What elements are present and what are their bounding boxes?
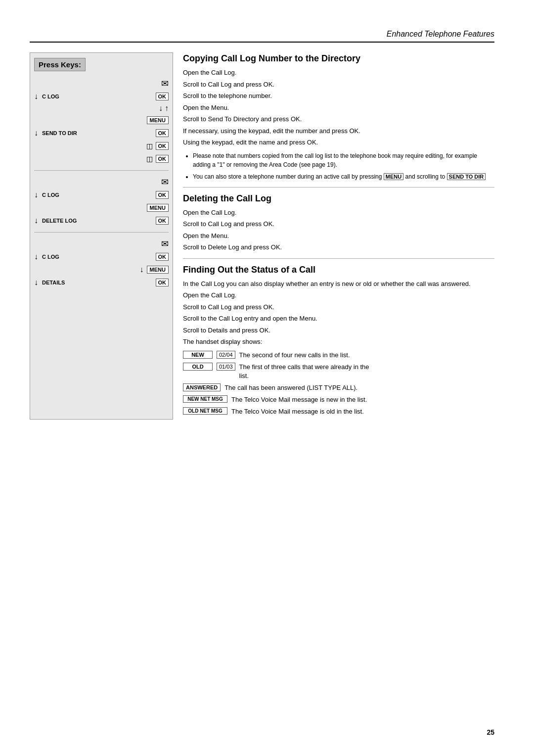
status-row-4: OLD NET MSG The Telco Voice Mail message… bbox=[183, 407, 494, 416]
delete-log-row: ↓ DELETE LOG OK bbox=[34, 215, 169, 226]
status-desc-0: The second of four new calls in the list… bbox=[239, 351, 350, 360]
menu-inline-key: MENU bbox=[384, 173, 403, 180]
send-to-dir-row: ↓ SEND TO DIR OK bbox=[34, 128, 169, 139]
envelope-icon-3: ✉ bbox=[161, 238, 169, 249]
arrow-down-icon: ↓ bbox=[34, 92, 38, 101]
arrow-down-4-icon: ↓ bbox=[34, 190, 38, 199]
instr-copy-text-3: Scroll to the telephone number. bbox=[183, 91, 272, 101]
instr-del-text-3: Open the Menu. bbox=[183, 231, 229, 241]
finding-section: Finding Out the Status of a Call In the … bbox=[183, 265, 494, 417]
arrows-row: ↓ ↑ bbox=[34, 104, 169, 113]
instr-del-text-4: Scroll to Delete Log and press OK. bbox=[183, 242, 282, 252]
status-desc-1: The first of three calls that were alrea… bbox=[239, 363, 378, 380]
clog-label-3: C LOG bbox=[42, 254, 59, 260]
deleting-keys-block: ✉ ↓ C LOG OK MENU ↓ DELETE LOG OK bbox=[34, 177, 169, 226]
menu-key-2: MENU bbox=[147, 204, 169, 212]
instr-find-4: Scroll to Details and press OK. bbox=[183, 326, 494, 335]
finding-intro: In the Call Log you can also display whe… bbox=[183, 279, 494, 289]
divider-1 bbox=[34, 170, 169, 171]
envelope-row: ✉ bbox=[34, 78, 169, 89]
envelope-row-3: ✉ bbox=[34, 238, 169, 249]
details-row: ↓ DETAILS OK bbox=[34, 277, 169, 288]
status-table: NEW 02/04 The second of four new calls i… bbox=[183, 351, 494, 417]
instr-find-text-2: Scroll to Call Log and press OK. bbox=[183, 302, 274, 312]
keypad-icon-1: ◫ bbox=[146, 142, 153, 150]
arrow-down-3-icon: ↓ bbox=[34, 129, 38, 138]
instr-del-text-2: Scroll to Call Log and press OK. bbox=[183, 219, 274, 229]
finding-title: Finding Out the Status of a Call bbox=[183, 265, 494, 275]
instr-copy-3: Scroll to the telephone number. bbox=[183, 91, 494, 101]
status-num-0103: 01/03 bbox=[217, 363, 235, 371]
instr-find-5: The handset display shows: bbox=[183, 337, 494, 347]
envelope-row-2: ✉ bbox=[34, 177, 169, 188]
instr-del-text-1: Open the Call Log. bbox=[183, 208, 236, 218]
instr-find-text-4: Scroll to Details and press OK. bbox=[183, 326, 270, 335]
bullet-2: You can also store a telephone number du… bbox=[193, 172, 494, 181]
instr-del-3: Open the Menu. bbox=[183, 231, 494, 241]
finding-keys-block: ✉ ↓ C LOG OK ↓ MENU ↓ DETAILS OK bbox=[34, 238, 169, 288]
details-label: DETAILS bbox=[42, 280, 65, 285]
bullet-text-2: You can also store a telephone number du… bbox=[193, 173, 486, 180]
clog-label: C LOG bbox=[42, 94, 59, 99]
status-badge-new: NEW bbox=[183, 351, 213, 359]
instr-copy-text-6: If necessary, using the keypad, edit the… bbox=[183, 126, 360, 136]
arrow-down-8-icon: ↓ bbox=[34, 278, 38, 287]
status-desc-3: The Telco Voice Mail message is new in t… bbox=[231, 395, 367, 404]
instr-find-text-3: Scroll to the Call Log entry and open th… bbox=[183, 314, 317, 324]
arrow-menu-row: ↓ MENU bbox=[34, 264, 169, 275]
ok-key-4: OK bbox=[156, 155, 169, 163]
instr-find-3: Scroll to the Call Log entry and open th… bbox=[183, 314, 494, 324]
status-badge-old-net-msg: OLD NET MSG bbox=[183, 407, 227, 415]
press-keys-header: Press Keys: bbox=[34, 58, 86, 71]
press-keys-panel: Press Keys: ✉ ↓ C LOG OK ↓ ↑ bbox=[30, 52, 173, 420]
ok-key-8: OK bbox=[156, 279, 169, 286]
envelope-icon-2: ✉ bbox=[161, 177, 169, 188]
ok-key-7: OK bbox=[156, 253, 169, 261]
send-to-dir-label: SEND TO DIR bbox=[42, 130, 77, 136]
instr-del-1: Open the Call Log. bbox=[183, 208, 494, 218]
instr-copy-text-1: Open the Call Log. bbox=[183, 68, 236, 78]
status-row-3: NEW NET MSG The Telco Voice Mail message… bbox=[183, 395, 494, 404]
right-divider-1 bbox=[183, 187, 494, 188]
status-row-2: ANSWERED The call has been answered (LIS… bbox=[183, 383, 494, 392]
right-panel: Copying Call Log Number to the Directory… bbox=[183, 52, 494, 420]
menu-row-1: MENU bbox=[34, 115, 169, 126]
page-number: 25 bbox=[487, 728, 494, 736]
ok-key-3: OK bbox=[156, 142, 169, 150]
instr-copy-2: Scroll to Call Log and press OK. bbox=[183, 80, 494, 90]
status-badge-new-net-msg: NEW NET MSG bbox=[183, 395, 227, 403]
envelope-icon: ✉ bbox=[161, 78, 169, 89]
instr-copy-4: Open the Menu. bbox=[183, 103, 494, 113]
arrow-down-7-icon: ↓ bbox=[140, 265, 144, 274]
instr-del-4: Scroll to Delete Log and press OK. bbox=[183, 242, 494, 252]
instr-copy-text-5: Scroll to Send To Directory and press OK… bbox=[183, 114, 302, 124]
instr-copy-1: Open the Call Log. bbox=[183, 68, 494, 78]
copying-bullets: Please note that numbers copied from the… bbox=[193, 151, 494, 181]
ok-key-6: OK bbox=[156, 217, 169, 225]
instr-copy-text-2: Scroll to Call Log and press OK. bbox=[183, 80, 274, 90]
clog-ok-row-3: ↓ C LOG OK bbox=[34, 251, 169, 262]
keypad-ok-row-1: ◫ OK bbox=[34, 141, 169, 151]
arrow-down-2-icon: ↓ bbox=[159, 104, 163, 113]
copying-keys-block: ✉ ↓ C LOG OK ↓ ↑ MENU bbox=[34, 78, 169, 164]
instr-copy-5: Scroll to Send To Directory and press OK… bbox=[183, 114, 494, 124]
clog-label-2: C LOG bbox=[42, 192, 59, 198]
instr-find-1: Open the Call Log. bbox=[183, 290, 494, 300]
main-content: Press Keys: ✉ ↓ C LOG OK ↓ ↑ bbox=[30, 52, 494, 420]
finding-intro-text: In the Call Log you can also display whe… bbox=[183, 279, 471, 289]
instr-copy-7: Using the keypad, edit the name and pres… bbox=[183, 138, 494, 147]
page: Enhanced Telephone Features Press Keys: … bbox=[0, 0, 534, 756]
instr-copy-text-4: Open the Menu. bbox=[183, 103, 229, 113]
bullet-1: Please note that numbers copied from the… bbox=[193, 151, 494, 169]
delete-log-label: DELETE LOG bbox=[42, 218, 77, 224]
copying-title: Copying Call Log Number to the Directory bbox=[183, 53, 494, 64]
instr-find-text-1: Open the Call Log. bbox=[183, 290, 236, 300]
ok-key-2: OK bbox=[156, 129, 169, 137]
menu-key-3: MENU bbox=[147, 266, 169, 274]
menu-row-2: MENU bbox=[34, 202, 169, 213]
divider-2 bbox=[34, 232, 169, 233]
keypad-ok-row-2: ◫ OK bbox=[34, 153, 169, 164]
ok-key-1: OK bbox=[156, 93, 169, 100]
status-desc-4: The Telco Voice Mail message is old in t… bbox=[231, 407, 364, 416]
menu-key-1: MENU bbox=[147, 116, 169, 124]
